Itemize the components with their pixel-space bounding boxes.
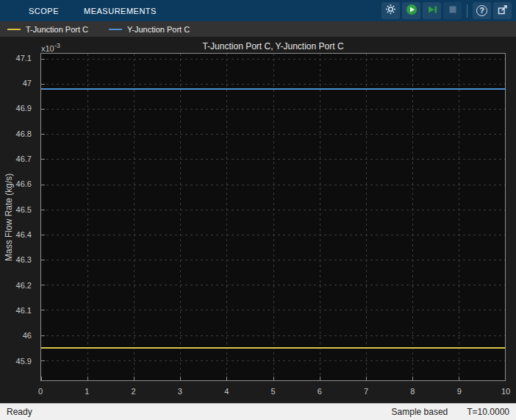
y-tick-mark <box>41 235 45 235</box>
y-tick-label: 46.5 <box>16 205 32 214</box>
x-tick-mark <box>273 377 274 380</box>
y-tick-label: 47 <box>23 79 32 88</box>
x-gridline <box>180 54 181 380</box>
x-tick-mark <box>180 377 181 380</box>
y-tick-label: 46 <box>23 331 32 340</box>
x-tick-label: 2 <box>132 387 136 396</box>
legend-label: Y-Junction Port C <box>127 25 190 34</box>
gear-icon <box>385 4 396 18</box>
series-line-t-junction-port-c <box>41 347 505 349</box>
x-tick-label: 9 <box>457 387 462 396</box>
y-tick-mark <box>41 310 45 310</box>
x-axis: 012345678910 <box>40 387 506 397</box>
axes-canvas[interactable] <box>40 53 506 381</box>
status-bar: Ready Sample based T=10.0000 <box>0 403 516 420</box>
dock-icon <box>497 4 509 18</box>
plot-area: x10-3 T-Junction Port C, Y-Junction Port… <box>0 37 516 403</box>
settings-button[interactable] <box>381 2 400 19</box>
x-tick-label: 1 <box>85 387 89 396</box>
x-gridline <box>412 54 413 380</box>
toolbar-button-group: ? <box>381 2 512 19</box>
toolbar-separator <box>467 4 467 18</box>
legend-line-swatch <box>7 29 21 30</box>
x-gridline <box>366 54 367 380</box>
step-forward-icon <box>426 4 438 18</box>
dock-button[interactable] <box>493 2 512 19</box>
y-tick-label: 46.4 <box>16 230 32 239</box>
scope-window: SCOPE MEASUREMENTS <box>0 0 516 420</box>
y-tick-label: 46.1 <box>16 306 32 315</box>
y-tick-label: 46.3 <box>16 255 32 264</box>
x-tick-mark <box>412 377 413 380</box>
toolbar-tabs: SCOPE MEASUREMENTS <box>16 0 169 21</box>
toolbar: SCOPE MEASUREMENTS <box>0 0 516 21</box>
tab-scope[interactable]: SCOPE <box>16 0 71 21</box>
stop-button[interactable] <box>443 2 462 19</box>
x-tick-mark <box>226 377 227 380</box>
x-tick-label: 6 <box>318 387 322 396</box>
y-tick-mark <box>41 260 45 260</box>
x-tick-label: 3 <box>178 387 182 396</box>
status-text: Ready <box>7 407 32 417</box>
help-button[interactable]: ? <box>473 2 491 19</box>
x-tick-label: 8 <box>410 387 415 396</box>
x-tick-label: 10 <box>501 387 510 396</box>
y-tick-mark <box>41 335 45 336</box>
y-tick-label: 46.7 <box>16 154 32 163</box>
simulation-time-label: T=10.0000 <box>467 407 509 417</box>
legend-label: T-Junction Port C <box>26 25 88 34</box>
x-tick-mark <box>505 377 506 380</box>
sample-mode-label: Sample based <box>392 407 448 417</box>
x-tick-mark <box>41 377 42 380</box>
y-axis: 45.94646.146.246.346.446.546.646.746.846… <box>0 53 37 381</box>
x-tick-mark <box>459 377 459 380</box>
legend-line-swatch <box>109 29 122 30</box>
legend-item-t-junction-port-c[interactable]: T-Junction Port C <box>7 25 88 34</box>
run-icon <box>406 4 418 18</box>
chart-title: T-Junction Port C, Y-Junction Port C <box>40 41 506 51</box>
y-tick-label: 46.2 <box>16 281 32 290</box>
y-tick-label: 46.6 <box>16 179 32 188</box>
x-tick-mark <box>134 377 135 380</box>
x-tick-label: 7 <box>364 387 368 396</box>
legend-item-y-junction-port-c[interactable]: Y-Junction Port C <box>109 25 190 34</box>
help-icon: ? <box>476 5 487 16</box>
y-tick-mark <box>41 210 45 210</box>
x-tick-mark <box>320 377 320 380</box>
y-tick-mark <box>41 360 45 361</box>
y-tick-label: 46.9 <box>16 104 32 113</box>
y-tick-mark <box>41 109 45 110</box>
step-forward-button[interactable] <box>423 2 441 19</box>
series-line-y-junction-port-c <box>41 88 505 90</box>
x-gridline <box>459 54 459 380</box>
x-gridline <box>320 54 320 380</box>
tab-measurements[interactable]: MEASUREMENTS <box>71 0 169 21</box>
x-tick-mark <box>366 377 367 380</box>
y-tick-label: 47.1 <box>16 54 32 63</box>
stop-icon <box>447 4 459 18</box>
x-tick-label: 0 <box>38 387 43 396</box>
y-tick-label: 46.8 <box>16 129 32 138</box>
x-tick-label: 5 <box>270 387 275 396</box>
x-gridline <box>134 54 135 380</box>
status-right-group: Sample based T=10.0000 <box>392 407 509 417</box>
y-tick-mark <box>41 134 45 135</box>
x-tick-label: 4 <box>224 387 229 396</box>
y-tick-label: 45.9 <box>16 357 32 366</box>
x-tick-mark <box>87 377 88 380</box>
y-tick-mark <box>41 59 45 60</box>
y-tick-mark <box>41 159 45 160</box>
y-tick-mark <box>41 84 45 85</box>
x-gridline <box>273 54 274 380</box>
run-button[interactable] <box>402 2 420 19</box>
x-gridline <box>226 54 227 380</box>
legend: T-Junction Port CY-Junction Port C <box>0 21 516 37</box>
y-tick-mark <box>41 285 45 285</box>
x-gridline <box>87 54 88 380</box>
y-tick-mark <box>41 185 45 185</box>
